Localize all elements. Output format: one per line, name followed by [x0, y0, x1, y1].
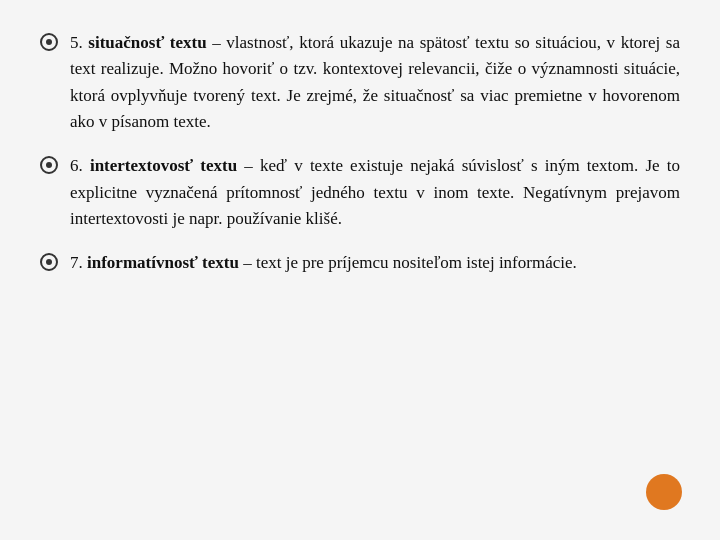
list-item-item5: 5. situačnosť textu – vlastnosť, ktorá u…: [40, 30, 680, 135]
list-item-item6: 6. intertextovosť textu – keď v texte ex…: [40, 153, 680, 232]
paragraph-text: 6. intertextovosť textu – keď v texte ex…: [70, 153, 680, 232]
orange-circle-decoration: [646, 474, 682, 510]
paragraph-text: 7. informatívnosť textu – text je pre pr…: [70, 250, 680, 276]
list-item-item7: 7. informatívnosť textu – text je pre pr…: [40, 250, 680, 276]
bullet-icon: [40, 253, 58, 271]
main-content: 5. situačnosť textu – vlastnosť, ktorá u…: [0, 0, 720, 540]
bullet-icon: [40, 33, 58, 51]
bullet-icon: [40, 156, 58, 174]
paragraph-text: 5. situačnosť textu – vlastnosť, ktorá u…: [70, 30, 680, 135]
